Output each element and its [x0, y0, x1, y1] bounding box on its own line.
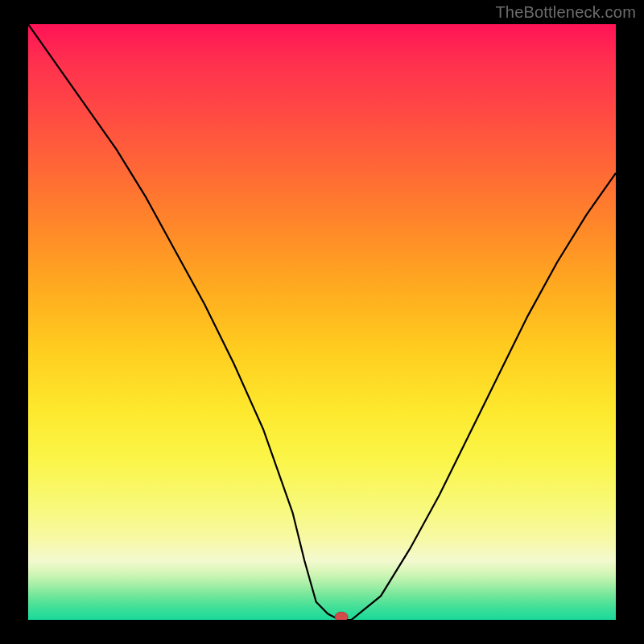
optimal-marker [335, 612, 348, 620]
chart-frame: TheBottleneck.com [0, 0, 644, 644]
bottleneck-curve [28, 24, 616, 620]
plot-area [28, 24, 616, 620]
curve-layer [28, 24, 616, 620]
watermark-text: TheBottleneck.com [495, 3, 636, 22]
